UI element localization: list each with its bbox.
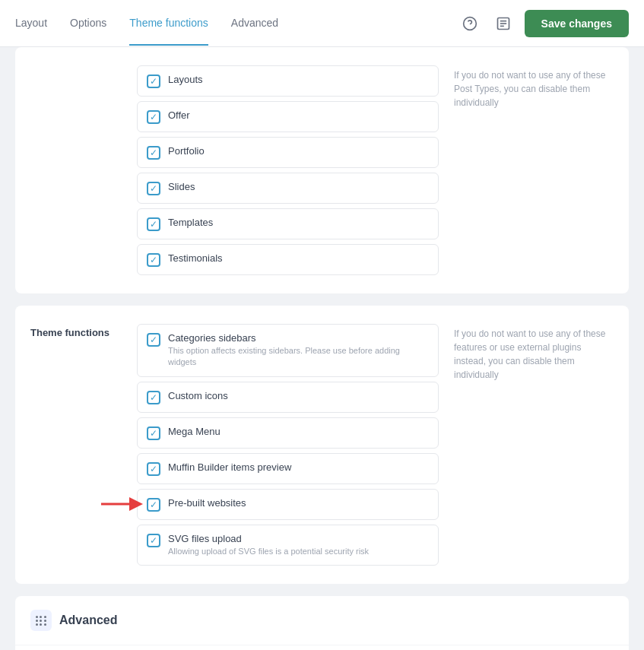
advanced-body: Static CSS Disable Enable Some changes i… [15, 645, 629, 650]
dot [40, 616, 42, 618]
list-item: ✓ SVG files upload Allowing upload of SV… [137, 525, 439, 566]
check-icon: ✓ [150, 113, 157, 122]
nav-tabs: Layout Options Theme functions Advanced [15, 2, 458, 46]
checkbox-label: Portfolio [168, 145, 205, 157]
check-icon: ✓ [150, 465, 157, 474]
check-icon: ✓ [150, 255, 157, 265]
dot [44, 623, 46, 626]
check-icon: ✓ [150, 393, 157, 402]
check-icon: ✓ [150, 536, 157, 545]
list-item: ✓ Mega Menu [137, 417, 439, 449]
grid-icon [30, 610, 52, 631]
post-types-checkboxes: ✓ Layouts ✓ Offer [137, 65, 439, 275]
tab-theme-functions[interactable]: Theme functions [129, 2, 208, 46]
checkbox-portfolio[interactable]: ✓ [147, 146, 160, 160]
checkbox-svg-upload[interactable]: ✓ [147, 534, 160, 547]
check-icon: ✓ [150, 500, 157, 509]
checkbox-custom-icons[interactable]: ✓ [147, 391, 160, 404]
save-changes-button[interactable]: Save changes [525, 10, 629, 37]
checkbox-layouts[interactable]: ✓ [147, 75, 160, 88]
check-icon: ✓ [150, 220, 157, 229]
main-content: ✓ Layouts ✓ Offer [0, 47, 644, 650]
post-types-label [30, 65, 122, 275]
checkbox-label: Categories sidebars [168, 332, 429, 344]
checkbox-muffin-builder[interactable]: ✓ [147, 462, 160, 476]
list-item: ✓ Custom icons [137, 382, 439, 413]
list-item: ✓ Pre-built websites [137, 489, 439, 520]
checkbox-label: Muffin Builder items preview [168, 461, 291, 473]
help-button[interactable] [458, 11, 482, 36]
list-item: ✓ Muffin Builder items preview [137, 453, 439, 484]
checkbox-categories-sidebars[interactable]: ✓ [147, 333, 160, 347]
list-item: ✓ Layouts [137, 65, 439, 97]
checkbox-slides[interactable]: ✓ [147, 182, 160, 195]
advanced-section-header: Advanced [15, 596, 629, 645]
list-item: ✓ Templates [137, 208, 439, 239]
post-types-description: If you do not want to use any of these P… [454, 65, 614, 275]
checkbox-pre-built[interactable]: ✓ [147, 498, 160, 512]
dots-grid [36, 616, 46, 626]
checkbox-sublabel: Allowing upload of SVG files is a potent… [168, 546, 369, 557]
checkbox-testimonials[interactable]: ✓ [147, 253, 160, 267]
dot [40, 620, 42, 622]
checkbox-label: Mega Menu [168, 426, 220, 437]
dot [44, 616, 46, 618]
dot [36, 616, 38, 618]
checkbox-label: Testimonials [168, 252, 223, 264]
dot [36, 623, 38, 626]
check-icon: ✓ [150, 184, 157, 193]
theme-functions-card: Theme functions ✓ Categories sidebars Th… [15, 306, 629, 584]
list-item: ✓ Offer [137, 101, 439, 132]
post-types-row: ✓ Layouts ✓ Offer [30, 65, 614, 275]
check-icon: ✓ [150, 335, 157, 344]
theme-functions-label: Theme functions [30, 324, 122, 566]
checkbox-templates[interactable]: ✓ [147, 217, 160, 231]
list-item: ✓ Slides [137, 173, 439, 204]
checkbox-label: Pre-built websites [168, 497, 246, 509]
notes-button[interactable] [491, 11, 516, 36]
theme-functions-description: If you do not want to use any of these f… [454, 324, 614, 566]
checkbox-label: Layouts [168, 74, 203, 85]
post-types-card: ✓ Layouts ✓ Offer [15, 47, 629, 293]
header: Layout Options Theme functions Advanced … [0, 0, 644, 47]
checkbox-label: Custom icons [168, 390, 228, 401]
checkbox-sublabel: This option affects existing sidebars. P… [168, 345, 429, 369]
dot [36, 620, 38, 622]
checkbox-mega-menu[interactable]: ✓ [147, 426, 160, 440]
list-item: ✓ Testimonials [137, 244, 439, 275]
checkbox-label: SVG files upload [168, 533, 369, 544]
dot [40, 623, 42, 626]
theme-functions-checkboxes: ✓ Categories sidebars This option affect… [137, 324, 439, 566]
check-icon: ✓ [150, 77, 157, 86]
check-icon: ✓ [150, 148, 157, 157]
advanced-title: Advanced [59, 614, 117, 627]
list-item: ✓ Portfolio [137, 137, 439, 168]
tab-layout[interactable]: Layout [15, 2, 47, 46]
tab-options[interactable]: Options [70, 2, 106, 46]
checkbox-label: Offer [168, 109, 190, 121]
check-icon: ✓ [150, 429, 157, 438]
list-item: ✓ Categories sidebars This option affect… [137, 324, 439, 377]
header-actions: Save changes [458, 10, 629, 37]
advanced-section: Advanced Static CSS Disable Enable Some … [15, 596, 629, 650]
checkbox-label: Templates [168, 217, 213, 228]
theme-functions-row: Theme functions ✓ Categories sidebars Th… [30, 324, 614, 566]
dot [44, 620, 46, 622]
checkbox-label: Slides [168, 181, 195, 192]
checkbox-offer[interactable]: ✓ [147, 110, 160, 124]
tab-advanced[interactable]: Advanced [231, 2, 278, 46]
